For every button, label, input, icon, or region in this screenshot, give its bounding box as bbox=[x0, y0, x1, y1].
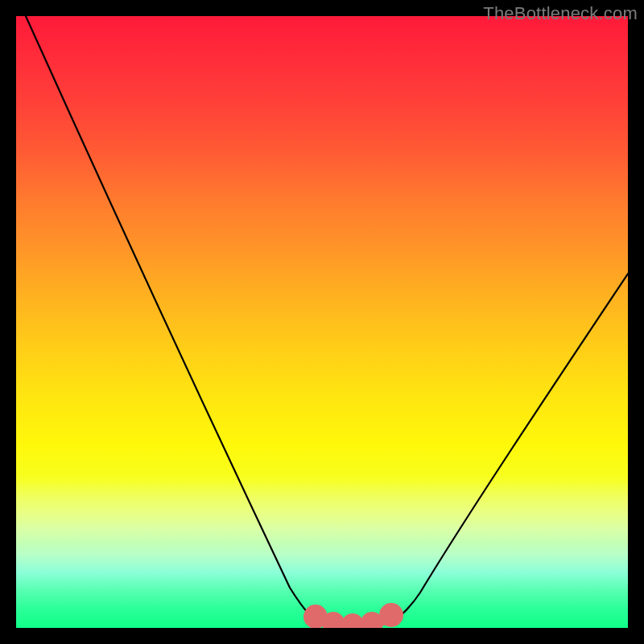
svg-point-4 bbox=[385, 609, 398, 621]
bottleneck-curve bbox=[26, 16, 628, 623]
chart-stage: TheBottleneck.com bbox=[0, 0, 644, 644]
svg-point-2 bbox=[347, 619, 358, 628]
valley-highlight bbox=[309, 609, 398, 628]
svg-point-1 bbox=[328, 617, 339, 628]
curve-layer bbox=[16, 16, 628, 628]
svg-point-3 bbox=[366, 617, 378, 628]
plot-area bbox=[16, 16, 628, 628]
watermark-text: TheBottleneck.com bbox=[483, 3, 638, 24]
svg-point-0 bbox=[309, 610, 322, 623]
